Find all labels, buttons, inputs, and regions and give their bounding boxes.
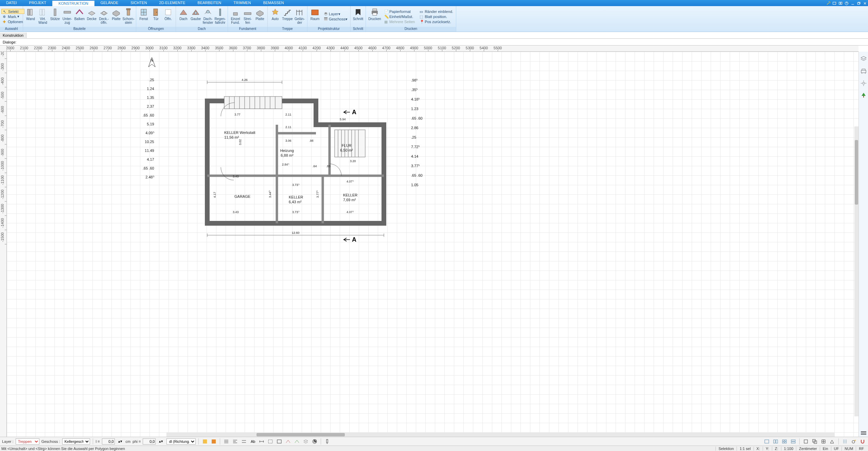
l-label: l =: [96, 439, 100, 444]
fundament-1-button[interactable]: Strei- fen: [242, 7, 254, 24]
bauteile-4-button[interactable]: Balken: [73, 7, 86, 21]
layer-dropdown[interactable]: Layer ▾: [322, 12, 349, 17]
bauteile-0-button[interactable]: Wand: [24, 7, 37, 21]
schnitt-0-button[interactable]: Schnitt: [352, 7, 364, 21]
grid-dots-icon[interactable]: [842, 438, 848, 445]
bauteile-5-button[interactable]: Decke: [86, 7, 98, 21]
mehrere-seiten-button[interactable]: ▦Mehrere Seiten: [383, 19, 416, 24]
view2-icon[interactable]: [772, 438, 779, 445]
magnet-icon[interactable]: [859, 438, 866, 445]
snap-color1-icon[interactable]: [201, 438, 208, 445]
treppe-1-button[interactable]: Treppe: [281, 7, 294, 21]
tab-2d-elemente[interactable]: 2D-ELEMENTE: [153, 0, 192, 6]
oeffnungen-1-button[interactable]: Tür: [150, 7, 162, 21]
raender-button[interactable]: ▭Ränder einblend.: [418, 9, 455, 14]
tab-projekt[interactable]: PROJEKT: [23, 0, 53, 6]
geschoss-select[interactable]: Kellergesch: [62, 438, 90, 445]
close-icon[interactable]: [862, 1, 868, 6]
selekt-button[interactable]: ↖Selekt: [1, 9, 24, 14]
bauteile-7-button[interactable]: Platte: [110, 7, 122, 21]
snap-color2-icon[interactable]: [210, 438, 217, 445]
bauteile-2-button[interactable]: Stütze: [49, 7, 61, 21]
tab-trimmen[interactable]: TRIMMEN: [227, 0, 257, 6]
dach-2-button[interactable]: Dach- fenster: [202, 7, 214, 24]
status-scale: 1:100: [781, 447, 796, 451]
roof2-icon[interactable]: [294, 438, 300, 445]
l-input[interactable]: [102, 438, 115, 445]
geschoss-dropdown[interactable]: Geschoss ▾: [322, 17, 349, 22]
layer-select[interactable]: Treppen: [16, 438, 39, 445]
direction-select[interactable]: dl (Richtung/Di: [166, 438, 196, 445]
blatt-position-button[interactable]: ⬚Blatt position.: [418, 14, 455, 19]
dim-arrow-icon[interactable]: [258, 438, 265, 445]
einheit-button[interactable]: 📏Einheit/Maßst.: [383, 14, 416, 19]
tab-bemassen[interactable]: BEMASSEN: [257, 0, 290, 6]
vertical-scrollbar[interactable]: [854, 126, 858, 416]
drag-handle-icon[interactable]: [860, 429, 867, 437]
status-unit: Zentimeter: [796, 447, 820, 451]
oeffnungen-0-button[interactable]: Fenst: [138, 7, 150, 21]
box4-icon[interactable]: [829, 438, 836, 445]
tab-sichten[interactable]: SICHTEN: [124, 0, 153, 6]
roof-icon[interactable]: [285, 438, 291, 445]
treppe-2-button[interactable]: Gelän- der: [294, 7, 306, 24]
dach-1-button[interactable]: Gaube: [190, 7, 202, 21]
bauteile-6-button[interactable]: Deck.- öffn.: [98, 7, 110, 24]
help-icon[interactable]: [844, 1, 849, 6]
drawing-canvas[interactable]: N: [7, 52, 858, 437]
group-label-fundament: Fundament: [228, 27, 267, 32]
minimize-icon[interactable]: [850, 1, 855, 6]
view1-icon[interactable]: [763, 438, 770, 445]
right-tool-strip: [858, 52, 868, 437]
dach-0-button[interactable]: Dach: [177, 7, 190, 21]
app1-icon[interactable]: [832, 1, 837, 6]
rect-dashed-icon[interactable]: [267, 438, 274, 445]
phi-spinner[interactable]: ▴▾: [158, 438, 164, 445]
papierformat-button[interactable]: 📄Papierformat: [383, 9, 416, 14]
horizontal-scrollbar[interactable]: [166, 433, 835, 437]
lines2-icon[interactable]: [232, 438, 238, 445]
svg-rect-26: [324, 17, 327, 18]
tab-gelaende[interactable]: GELÄNDE: [94, 0, 125, 6]
bauteile-1-button[interactable]: Virt. Wand: [37, 7, 49, 24]
box2-icon[interactable]: [811, 438, 818, 445]
box3-icon[interactable]: [820, 438, 827, 445]
tools-icon[interactable]: [826, 1, 831, 6]
rect-solid-icon[interactable]: [276, 438, 283, 445]
mark-button[interactable]: ✲Mark.▾: [1, 14, 24, 19]
dach-3-button[interactable]: Regen- fallrohr: [214, 7, 226, 24]
view-tab-konstruktion[interactable]: Konstruktion: [0, 33, 26, 38]
circle-n-icon[interactable]: N: [311, 438, 318, 445]
layer-stack-icon[interactable]: [302, 438, 309, 445]
view4-icon[interactable]: [790, 438, 797, 445]
pos-reset-button[interactable]: 📍Pos zurücksetz.: [418, 19, 455, 24]
treppe-0-button[interactable]: Auto: [269, 7, 281, 21]
l-spinner[interactable]: ▴▾: [117, 438, 124, 445]
fundament-0-button[interactable]: Einzel Fund.: [229, 7, 242, 24]
app2-icon[interactable]: [838, 1, 843, 6]
raum-button[interactable]: Raum: [309, 7, 321, 21]
lines1-icon[interactable]: [223, 438, 230, 445]
target-sparkle-icon[interactable]: [850, 438, 857, 445]
drucken-button[interactable]: Drucken: [367, 7, 382, 21]
tab-datei[interactable]: DATEI: [0, 0, 23, 6]
oeffnungen-2-button[interactable]: Öffn.: [162, 7, 174, 21]
focus-icon[interactable]: [860, 80, 867, 87]
box1-icon[interactable]: [802, 438, 809, 445]
optionen-button[interactable]: ✚Optionen: [1, 19, 24, 24]
tab-bearbeiten[interactable]: BEARBEITEN: [192, 0, 228, 6]
furniture-icon[interactable]: [860, 67, 867, 75]
fundament-2-button[interactable]: Platte: [254, 7, 266, 21]
phi-input[interactable]: [143, 438, 156, 445]
layers-panel-icon[interactable]: [860, 55, 867, 63]
bauteile-3-button[interactable]: Unter- zug: [61, 7, 73, 24]
geschoss-label: Geschoss :: [41, 439, 60, 444]
view3-icon[interactable]: [781, 438, 788, 445]
restore-icon[interactable]: [856, 1, 862, 6]
info-pin-icon[interactable]: [324, 438, 331, 445]
bauteile-8-button[interactable]: Schorn- stein: [122, 7, 135, 24]
tab-konstruktion[interactable]: KONSTRUKTION: [52, 0, 94, 6]
text-label-icon[interactable]: Abc: [249, 438, 256, 445]
tree-icon[interactable]: [860, 92, 867, 99]
lines3-icon[interactable]: [241, 438, 247, 445]
